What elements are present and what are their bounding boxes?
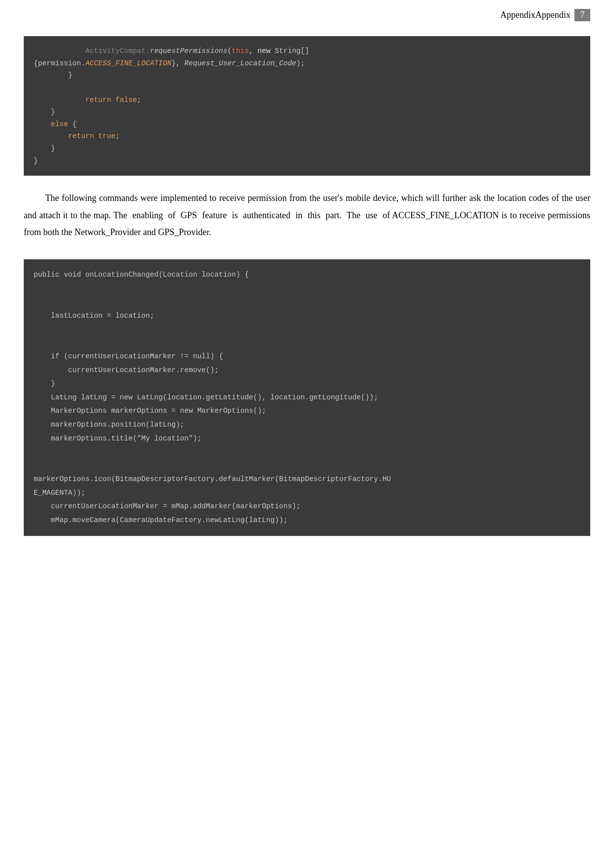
code-block-1: ActivityCompat.requestPermissions(this, … — [24, 36, 590, 176]
page-header: AppendixAppendix 7 — [0, 0, 614, 26]
code-block-2: public void onLocationChanged(Location l… — [24, 259, 590, 536]
prose-block: The following commands were implemented … — [24, 190, 590, 241]
page-number: 7 — [574, 9, 590, 21]
header-title: AppendixAppendix — [500, 10, 570, 20]
prose-paragraph-1: The following commands were implemented … — [24, 190, 590, 241]
content-area: ActivityCompat.requestPermissions(this, … — [0, 26, 614, 556]
